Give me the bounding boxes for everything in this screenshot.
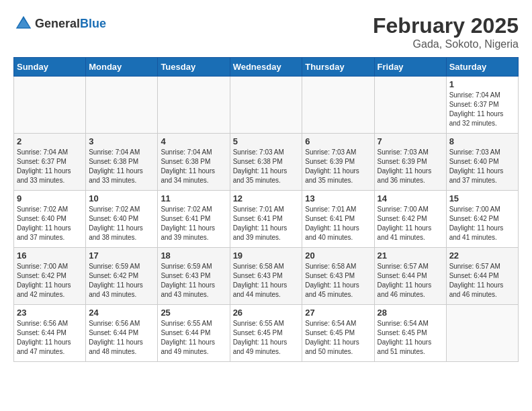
calendar-cell: 23Sunrise: 6:56 AM Sunset: 6:44 PM Dayli… — [14, 305, 86, 362]
day-info: Sunrise: 7:00 AM Sunset: 6:42 PM Dayligh… — [449, 205, 515, 242]
calendar-cell: 6Sunrise: 7:03 AM Sunset: 6:39 PM Daylig… — [302, 134, 374, 191]
logo-general: General — [35, 17, 80, 30]
calendar-week-4: 16Sunrise: 7:00 AM Sunset: 6:42 PM Dayli… — [14, 248, 519, 305]
calendar-cell — [374, 77, 446, 134]
logo-icon — [13, 13, 34, 34]
day-info: Sunrise: 6:54 AM Sunset: 6:45 PM Dayligh… — [305, 319, 371, 357]
day-info: Sunrise: 6:55 AM Sunset: 6:44 PM Dayligh… — [161, 319, 226, 357]
calendar-cell: 2Sunrise: 7:04 AM Sunset: 6:37 PM Daylig… — [14, 134, 86, 191]
calendar-cell: 20Sunrise: 6:58 AM Sunset: 6:43 PM Dayli… — [302, 248, 374, 305]
calendar-cell: 16Sunrise: 7:00 AM Sunset: 6:42 PM Dayli… — [14, 248, 86, 305]
day-header-thursday: Thursday — [302, 58, 374, 77]
day-info: Sunrise: 6:56 AM Sunset: 6:44 PM Dayligh… — [89, 319, 154, 357]
day-number: 14 — [378, 193, 443, 203]
day-number: 5 — [233, 136, 300, 146]
calendar-week-3: 9Sunrise: 7:02 AM Sunset: 6:40 PM Daylig… — [14, 191, 519, 248]
calendar-cell: 18Sunrise: 6:59 AM Sunset: 6:43 PM Dayli… — [158, 248, 230, 305]
day-info: Sunrise: 7:03 AM Sunset: 6:38 PM Dayligh… — [233, 148, 300, 185]
day-header-row: SundayMondayTuesdayWednesdayThursdayFrid… — [14, 58, 519, 77]
day-number: 23 — [17, 308, 83, 318]
day-info: Sunrise: 6:55 AM Sunset: 6:45 PM Dayligh… — [233, 319, 300, 357]
calendar-cell: 14Sunrise: 7:00 AM Sunset: 6:42 PM Dayli… — [374, 191, 446, 248]
day-number: 19 — [233, 250, 300, 261]
day-number: 25 — [161, 308, 226, 318]
day-number: 6 — [305, 136, 371, 146]
day-number: 24 — [89, 308, 154, 318]
day-info: Sunrise: 6:57 AM Sunset: 6:44 PM Dayligh… — [378, 262, 443, 300]
day-number: 15 — [449, 193, 515, 203]
calendar-cell — [14, 77, 86, 134]
calendar-cell: 25Sunrise: 6:55 AM Sunset: 6:44 PM Dayli… — [158, 305, 230, 362]
day-number: 11 — [161, 193, 226, 203]
calendar-cell: 21Sunrise: 6:57 AM Sunset: 6:44 PM Dayli… — [374, 248, 446, 305]
day-info: Sunrise: 7:01 AM Sunset: 6:41 PM Dayligh… — [233, 205, 300, 242]
day-info: Sunrise: 7:02 AM Sunset: 6:40 PM Dayligh… — [89, 205, 154, 242]
day-number: 17 — [89, 250, 154, 261]
day-info: Sunrise: 7:01 AM Sunset: 6:41 PM Dayligh… — [305, 205, 371, 242]
page-header: GeneralBlue February 2025 Gada, Sokoto, … — [13, 13, 519, 50]
day-number: 12 — [233, 193, 300, 203]
day-number: 27 — [305, 308, 371, 318]
day-number: 22 — [449, 250, 515, 261]
day-header-tuesday: Tuesday — [158, 58, 230, 77]
calendar-subtitle: Gada, Sokoto, Nigeria — [373, 38, 519, 50]
day-info: Sunrise: 6:56 AM Sunset: 6:44 PM Dayligh… — [17, 319, 83, 357]
calendar-cell: 26Sunrise: 6:55 AM Sunset: 6:45 PM Dayli… — [230, 305, 302, 362]
logo-blue: Blue — [80, 17, 106, 30]
calendar-cell: 24Sunrise: 6:56 AM Sunset: 6:44 PM Dayli… — [86, 305, 158, 362]
title-block: February 2025 Gada, Sokoto, Nigeria — [373, 13, 519, 50]
calendar-cell: 11Sunrise: 7:02 AM Sunset: 6:41 PM Dayli… — [158, 191, 230, 248]
day-info: Sunrise: 7:02 AM Sunset: 6:41 PM Dayligh… — [161, 205, 226, 242]
day-info: Sunrise: 7:00 AM Sunset: 6:42 PM Dayligh… — [17, 262, 83, 300]
day-info: Sunrise: 6:59 AM Sunset: 6:43 PM Dayligh… — [161, 262, 226, 300]
day-number: 13 — [305, 193, 371, 203]
calendar-cell: 9Sunrise: 7:02 AM Sunset: 6:40 PM Daylig… — [14, 191, 86, 248]
calendar-cell — [86, 77, 158, 134]
calendar-cell: 19Sunrise: 6:58 AM Sunset: 6:43 PM Dayli… — [230, 248, 302, 305]
day-header-monday: Monday — [86, 58, 158, 77]
day-number: 26 — [233, 308, 300, 318]
calendar-title: February 2025 — [373, 13, 519, 38]
day-info: Sunrise: 7:03 AM Sunset: 6:39 PM Dayligh… — [378, 148, 443, 185]
day-info: Sunrise: 7:04 AM Sunset: 6:38 PM Dayligh… — [161, 148, 226, 185]
day-info: Sunrise: 7:03 AM Sunset: 6:39 PM Dayligh… — [305, 148, 371, 185]
calendar-cell: 10Sunrise: 7:02 AM Sunset: 6:40 PM Dayli… — [86, 191, 158, 248]
day-info: Sunrise: 6:59 AM Sunset: 6:42 PM Dayligh… — [89, 262, 154, 300]
day-info: Sunrise: 6:58 AM Sunset: 6:43 PM Dayligh… — [233, 262, 300, 300]
day-number: 16 — [17, 250, 83, 261]
day-info: Sunrise: 7:03 AM Sunset: 6:40 PM Dayligh… — [449, 148, 515, 185]
day-header-wednesday: Wednesday — [230, 58, 302, 77]
day-info: Sunrise: 7:04 AM Sunset: 6:38 PM Dayligh… — [89, 148, 154, 185]
calendar-cell — [302, 77, 374, 134]
calendar-cell: 3Sunrise: 7:04 AM Sunset: 6:38 PM Daylig… — [86, 134, 158, 191]
day-number: 28 — [378, 308, 443, 318]
calendar-cell — [158, 77, 230, 134]
calendar-cell: 4Sunrise: 7:04 AM Sunset: 6:38 PM Daylig… — [158, 134, 230, 191]
calendar-table: SundayMondayTuesdayWednesdayThursdayFrid… — [13, 57, 519, 362]
calendar-cell: 17Sunrise: 6:59 AM Sunset: 6:42 PM Dayli… — [86, 248, 158, 305]
calendar-week-1: 1Sunrise: 7:04 AM Sunset: 6:37 PM Daylig… — [14, 77, 519, 134]
day-number: 10 — [89, 193, 154, 203]
day-number: 21 — [378, 250, 443, 261]
calendar-cell: 27Sunrise: 6:54 AM Sunset: 6:45 PM Dayli… — [302, 305, 374, 362]
day-info: Sunrise: 6:58 AM Sunset: 6:43 PM Dayligh… — [305, 262, 371, 300]
calendar-week-2: 2Sunrise: 7:04 AM Sunset: 6:37 PM Daylig… — [14, 134, 519, 191]
day-number: 9 — [17, 193, 83, 203]
day-number: 18 — [161, 250, 226, 261]
logo-text: GeneralBlue — [35, 17, 106, 31]
day-header-sunday: Sunday — [14, 58, 86, 77]
day-header-friday: Friday — [374, 58, 446, 77]
calendar-week-5: 23Sunrise: 6:56 AM Sunset: 6:44 PM Dayli… — [14, 305, 519, 362]
day-number: 7 — [378, 136, 443, 146]
calendar-cell: 22Sunrise: 6:57 AM Sunset: 6:44 PM Dayli… — [446, 248, 518, 305]
logo: GeneralBlue — [13, 13, 106, 34]
calendar-cell — [230, 77, 302, 134]
day-info: Sunrise: 6:54 AM Sunset: 6:45 PM Dayligh… — [378, 319, 443, 357]
calendar-header: SundayMondayTuesdayWednesdayThursdayFrid… — [14, 58, 519, 77]
calendar-cell: 13Sunrise: 7:01 AM Sunset: 6:41 PM Dayli… — [302, 191, 374, 248]
day-number: 2 — [17, 136, 83, 146]
calendar-body: 1Sunrise: 7:04 AM Sunset: 6:37 PM Daylig… — [14, 77, 519, 362]
day-number: 3 — [89, 136, 154, 146]
day-info: Sunrise: 7:00 AM Sunset: 6:42 PM Dayligh… — [378, 205, 443, 242]
day-info: Sunrise: 6:57 AM Sunset: 6:44 PM Dayligh… — [449, 262, 515, 300]
